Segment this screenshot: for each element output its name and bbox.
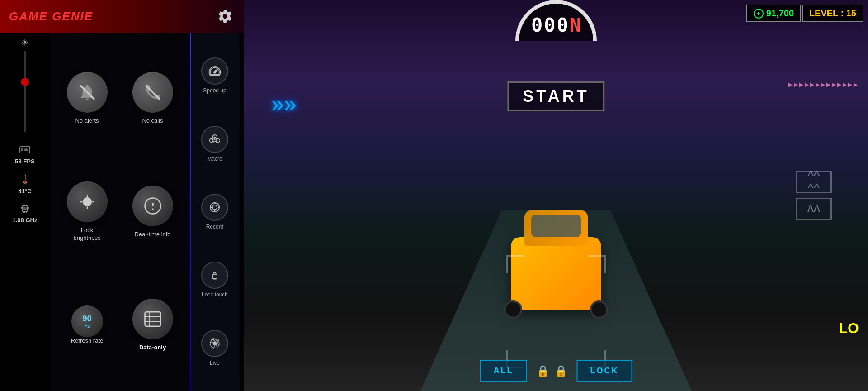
game-view: »» START LO ▶▶▶▶▶▶▶▶▶▶▶▶▶ xyxy=(244,0,868,391)
pink-arrows: ▶▶▶▶▶▶▶▶▶▶▶▶▶ xyxy=(788,81,859,88)
score-display: + 91,700 xyxy=(746,5,801,22)
lo-badge: LO xyxy=(839,320,859,337)
macro-circle xyxy=(201,126,228,153)
lock-brightness-circle xyxy=(67,181,108,222)
lock-icon-1: 🔒 xyxy=(536,365,550,377)
refresh-hz-unit: Hz xyxy=(84,324,90,329)
car-roof xyxy=(524,210,588,246)
score-value: 91,700 xyxy=(766,8,794,19)
svg-point-1 xyxy=(24,181,26,183)
no-alerts-circle xyxy=(67,72,108,113)
data-only-circle xyxy=(132,299,173,339)
up-chevrons: ^^^^ xyxy=(808,169,820,195)
svg-point-31 xyxy=(214,137,216,138)
no-calls-label: No calls xyxy=(142,117,163,125)
game-genie-panel: GAME GENIE ☀ 58 FPS xyxy=(0,0,244,391)
svg-point-34 xyxy=(214,203,216,204)
macro-label: Macro xyxy=(207,156,222,162)
speed-up-icon xyxy=(208,64,222,78)
refresh-hz-value: 90 xyxy=(82,314,91,324)
right-icon-bar: Speed up Macro xyxy=(190,33,240,391)
speed-up-item[interactable]: Speed up xyxy=(201,57,228,94)
all-label: ALL xyxy=(494,366,514,375)
neon-arrow-left: »» xyxy=(271,91,297,117)
real-time-info-label: Real-time info xyxy=(134,231,170,238)
left-panel-divider xyxy=(50,33,50,391)
lock-brightness-icon xyxy=(78,192,97,211)
svg-point-30 xyxy=(217,138,220,142)
gear-icon xyxy=(217,8,233,24)
svg-point-35 xyxy=(214,210,216,212)
left-stats-bar: ☀ 58 FPS 41°C xyxy=(0,33,50,391)
settings-button[interactable] xyxy=(215,6,235,26)
fps-icon-svg xyxy=(19,146,30,155)
svg-point-29 xyxy=(210,138,213,142)
live-label: Live xyxy=(210,360,220,366)
refresh-rate-circle: 90 Hz xyxy=(71,305,103,337)
data-only-label: Data-only xyxy=(139,344,166,352)
fps-icon xyxy=(19,146,30,157)
down-chevrons: vv xyxy=(807,203,820,215)
svg-point-36 xyxy=(210,207,212,208)
data-only-icon xyxy=(143,310,162,329)
data-only-btn[interactable]: Data-only xyxy=(120,268,185,382)
lock-brightness-btn[interactable]: Lockbrightness xyxy=(54,155,120,269)
lock-label: LOCK xyxy=(590,366,619,375)
svg-point-37 xyxy=(218,207,220,208)
lock-touch-item[interactable]: Lock touch xyxy=(201,262,228,298)
fps-value: 58 FPS xyxy=(15,158,34,165)
record-label: Record xyxy=(206,224,224,230)
lock-icons-group: 🔒 🔒 xyxy=(536,365,568,377)
temp-value: 41°C xyxy=(18,188,31,195)
speed-display: 000N xyxy=(515,0,597,41)
no-alerts-btn[interactable]: No alerts xyxy=(54,42,120,155)
brightness-slider[interactable] xyxy=(20,51,29,132)
start-banner: START xyxy=(507,81,604,111)
level-display: LEVEL : 15 xyxy=(802,5,863,22)
gear-indicator: N xyxy=(570,14,581,36)
temp-stat: 41°C xyxy=(18,174,31,195)
game-controls-bottom: ALL 🔒 🔒 LOCK xyxy=(480,360,632,382)
game-genie-title: GAME GENIE xyxy=(9,10,93,24)
cpu-icon-svg xyxy=(20,204,30,214)
refresh-rate-btn[interactable]: 90 Hz Refresh rate xyxy=(54,268,120,382)
all-button[interactable]: ALL xyxy=(480,360,527,382)
lock-button[interactable]: LOCK xyxy=(577,360,632,382)
real-time-info-btn[interactable]: Real-time info xyxy=(120,155,185,269)
middle-grid: No alerts No calls xyxy=(50,33,190,391)
fps-stat: 58 FPS xyxy=(15,146,34,165)
temp-icon-svg xyxy=(21,174,28,185)
svg-rect-3 xyxy=(23,207,27,210)
speed-up-label: Speed up xyxy=(203,87,226,94)
arrow-controls: ^^^^ vv xyxy=(796,171,832,220)
lock-brightness-label: Lockbrightness xyxy=(74,227,101,242)
brightness-control: ☀ xyxy=(20,37,29,132)
record-item[interactable]: Record xyxy=(201,194,228,230)
no-calls-circle xyxy=(132,72,173,113)
macro-item[interactable]: Macro xyxy=(201,126,228,162)
lock-touch-circle xyxy=(201,262,228,289)
hud-top-right: + 91,700 LEVEL : 15 xyxy=(746,5,863,22)
brightness-thumb[interactable] xyxy=(21,78,29,86)
speed-up-circle xyxy=(201,57,228,85)
record-circle xyxy=(201,194,228,221)
panel-header: GAME GENIE xyxy=(0,0,244,33)
cpu-stat: 1.08 GHz xyxy=(13,204,38,224)
panel-right-divider xyxy=(190,33,191,391)
svg-point-33 xyxy=(212,205,217,210)
svg-rect-23 xyxy=(145,312,160,326)
record-icon xyxy=(208,200,222,214)
cpu-icon xyxy=(20,204,30,216)
car-reticle xyxy=(506,255,606,368)
refresh-rate-label: Refresh rate xyxy=(71,337,104,345)
down-arrow-btn[interactable]: vv xyxy=(796,198,832,220)
up-arrow-btn[interactable]: ^^^^ xyxy=(796,171,832,193)
macro-icon xyxy=(208,133,222,146)
game-scene: »» START LO ▶▶▶▶▶▶▶▶▶▶▶▶▶ xyxy=(244,0,868,391)
live-circle xyxy=(201,330,228,357)
no-calls-icon xyxy=(143,83,162,102)
no-calls-btn[interactable]: No calls xyxy=(120,42,185,155)
real-time-info-circle xyxy=(132,186,173,226)
level-value: LEVEL : 15 xyxy=(809,8,856,18)
live-item[interactable]: Live xyxy=(201,330,228,366)
